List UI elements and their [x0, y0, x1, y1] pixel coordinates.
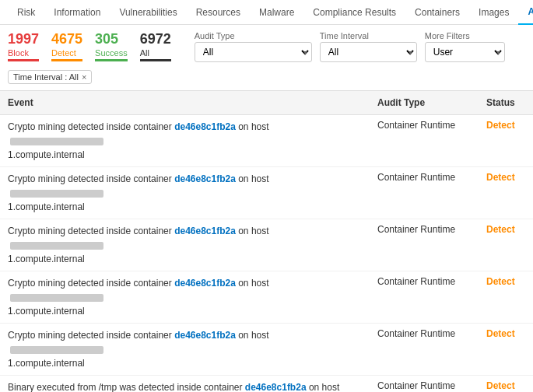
- event-host-line: 1.compute.internal: [8, 148, 362, 162]
- table-row[interactable]: Binary executed from /tmp was detected i…: [0, 376, 533, 393]
- table-row[interactable]: Crypto mining detected inside container …: [0, 271, 533, 324]
- success-count-value: 305: [95, 31, 118, 48]
- audit-type-cell: Container Runtime: [370, 115, 479, 167]
- block-bar: [8, 59, 39, 61]
- event-cell: Crypto mining detected inside container …: [0, 115, 370, 167]
- event-host-blurred: [10, 138, 103, 145]
- event-text-line1: Crypto mining detected inside container …: [8, 278, 269, 303]
- event-container-link[interactable]: de46e8c1fb2a: [174, 278, 236, 289]
- status-cell: Detect: [479, 376, 533, 393]
- top-navigation: Risk Information Vulnerabilities Resourc…: [0, 0, 533, 25]
- table-row[interactable]: Crypto mining detected inside container …: [0, 219, 533, 271]
- all-bar: [140, 59, 171, 61]
- event-host-line: 1.compute.internal: [8, 200, 362, 214]
- event-mid: on host: [236, 330, 269, 341]
- audit-table: Event Audit Type Status Crypto mining de…: [0, 91, 533, 392]
- event-host-line: 1.compute.internal: [8, 304, 362, 318]
- more-filters-select[interactable]: User Host Container: [425, 42, 505, 62]
- event-mid: on host: [307, 382, 340, 392]
- audit-type-cell: Container Runtime: [370, 376, 479, 393]
- nav-item-containers[interactable]: Containers: [405, 1, 469, 24]
- count-success[interactable]: 305 Success: [95, 31, 128, 61]
- event-host-blurred: [10, 346, 103, 354]
- audit-type-filter-group: Audit Type All Container Runtime Host: [195, 31, 312, 62]
- event-cell: Crypto mining detected inside container …: [0, 167, 370, 219]
- count-all[interactable]: 6972 All: [140, 31, 171, 61]
- nav-item-compliance[interactable]: Compliance Results: [303, 1, 405, 24]
- count-block[interactable]: 1997 Block: [8, 31, 39, 61]
- detect-count-label: Detect: [51, 48, 76, 58]
- event-text-line1: Crypto mining detected inside container …: [8, 121, 269, 146]
- success-count-label: Success: [95, 48, 128, 58]
- col-status: Status: [479, 91, 533, 115]
- event-cell: Crypto mining detected inside container …: [0, 271, 370, 324]
- audit-type-label: Audit Type: [195, 31, 312, 40]
- audit-type-select-wrap: All Container Runtime Host: [195, 42, 312, 62]
- time-interval-tag: Time Interval : All ×: [8, 70, 92, 84]
- event-container-link[interactable]: de46e8c1fb2a: [174, 330, 236, 341]
- event-container-link[interactable]: de46e8c1fb2a: [174, 226, 236, 236]
- summary-counts: 1997 Block 4675 Detect 305 Success 6972 …: [8, 31, 171, 61]
- event-prefix: Crypto mining detected inside container: [8, 226, 174, 236]
- table-row[interactable]: Crypto mining detected inside container …: [0, 324, 533, 376]
- event-host-blurred: [10, 242, 103, 250]
- event-container-link[interactable]: de46e8c1fb2a: [174, 173, 236, 184]
- event-mid: on host: [236, 226, 269, 236]
- audit-table-wrap: Event Audit Type Status Crypto mining de…: [0, 90, 533, 392]
- audit-type-cell: Container Runtime: [370, 167, 479, 219]
- table-row[interactable]: Crypto mining detected inside container …: [0, 115, 533, 167]
- event-host-line: 1.compute.internal: [8, 356, 362, 370]
- status-cell: Detect: [479, 324, 533, 376]
- table-header-row: Event Audit Type Status: [0, 91, 533, 115]
- time-interval-select[interactable]: All Last Hour Last 24 Hours Last 7 Days: [320, 42, 417, 62]
- audit-type-select[interactable]: All Container Runtime Host: [195, 42, 312, 62]
- detect-count-value: 4675: [51, 31, 82, 48]
- event-text-line1: Crypto mining detected inside container …: [8, 330, 269, 355]
- event-mid: on host: [236, 173, 269, 184]
- nav-item-risk[interactable]: Risk: [8, 1, 44, 24]
- detect-bar: [51, 59, 82, 61]
- tag-label: Time Interval : All: [13, 72, 79, 82]
- nav-item-malware[interactable]: Malware: [250, 1, 303, 24]
- event-mid: on host: [236, 121, 269, 132]
- summary-section: 1997 Block 4675 Detect 305 Success 6972 …: [0, 25, 533, 65]
- col-audit-type: Audit Type: [370, 91, 479, 115]
- event-host-blurred: [10, 190, 103, 198]
- event-text-line1: Crypto mining detected inside container …: [8, 226, 269, 250]
- more-filters-select-wrap: User Host Container: [425, 42, 505, 62]
- all-count-label: All: [140, 48, 149, 58]
- status-cell: Detect: [479, 167, 533, 219]
- count-detect[interactable]: 4675 Detect: [51, 31, 82, 61]
- event-host-blurred: [10, 294, 103, 302]
- nav-item-audit[interactable]: Audit: [518, 0, 533, 25]
- active-filters-row: Time Interval : All ×: [0, 65, 533, 90]
- nav-item-resources[interactable]: Resources: [187, 1, 250, 24]
- more-filters-label: More Filters: [425, 31, 505, 40]
- time-interval-select-wrap: All Last Hour Last 24 Hours Last 7 Days: [320, 42, 417, 62]
- audit-type-cell: Container Runtime: [370, 324, 479, 376]
- event-cell: Crypto mining detected inside container …: [0, 324, 370, 376]
- status-cell: Detect: [479, 115, 533, 167]
- event-host-line: 1.compute.internal: [8, 252, 362, 266]
- event-prefix: Crypto mining detected inside container: [8, 278, 174, 289]
- col-event: Event: [0, 91, 370, 115]
- event-prefix: Crypto mining detected inside container: [8, 173, 174, 184]
- event-container-link[interactable]: de46e8c1fb2a: [245, 382, 307, 392]
- time-interval-label: Time Interval: [320, 31, 417, 40]
- block-count-value: 1997: [8, 31, 39, 48]
- nav-item-vulnerabilities[interactable]: Vulnerabilities: [110, 1, 186, 24]
- event-prefix: Crypto mining detected inside container: [8, 330, 174, 341]
- event-container-link[interactable]: de46e8c1fb2a: [174, 121, 236, 132]
- event-prefix: Binary executed from /tmp was detected i…: [8, 382, 245, 392]
- event-cell: Crypto mining detected inside container …: [0, 219, 370, 271]
- nav-item-information[interactable]: Information: [44, 1, 110, 24]
- event-mid: on host: [236, 278, 269, 289]
- nav-item-images[interactable]: Images: [469, 1, 518, 24]
- table-row[interactable]: Crypto mining detected inside container …: [0, 167, 533, 219]
- status-cell: Detect: [479, 271, 533, 324]
- more-filters-group: More Filters User Host Container: [425, 31, 505, 62]
- event-text-line1: Crypto mining detected inside container …: [8, 173, 269, 198]
- tag-close-button[interactable]: ×: [82, 72, 86, 82]
- block-count-label: Block: [8, 48, 29, 58]
- all-count-value: 6972: [140, 31, 171, 48]
